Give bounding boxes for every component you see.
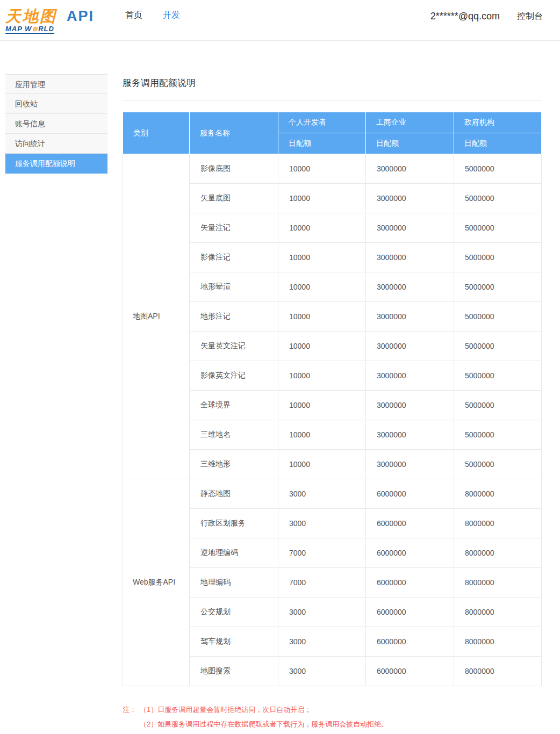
personal-quota-cell: 7000 [278, 538, 366, 568]
service-name-cell: 矢量英文注记 [190, 332, 278, 361]
government-quota-cell: 8000000 [454, 509, 542, 538]
quota-table-header: 类别 服务名称 个人开发者 工商企业 政府机构 日配额 日配额 日配额 [123, 112, 542, 154]
logo-english-text: MAP W⊕RLD [5, 25, 54, 34]
business-quota-cell: 6000000 [366, 657, 454, 686]
business-quota-cell: 3000000 [366, 332, 454, 361]
note-item: （2）如果服务调用过程中存在数据爬取或者下载行为，服务调用会被自动拒绝。 [140, 717, 388, 731]
service-name-cell: 地理编码 [190, 568, 278, 598]
service-name-cell: 三维地形 [190, 450, 278, 479]
business-quota-cell: 3000000 [366, 243, 454, 272]
personal-quota-cell: 10000 [278, 272, 366, 302]
personal-quota-cell: 10000 [278, 302, 366, 332]
government-quota-cell: 5000000 [454, 243, 542, 272]
business-quota-cell: 3000000 [366, 272, 454, 302]
sidebar-item[interactable]: 服务调用配额说明 [5, 154, 107, 174]
service-name-cell: 逆地理编码 [190, 538, 278, 568]
business-quota-cell: 6000000 [366, 479, 454, 509]
personal-quota-cell: 3000 [278, 657, 366, 686]
service-name-cell: 公交规划 [190, 598, 278, 627]
business-quota-cell: 3000000 [366, 213, 454, 243]
government-quota-cell: 5000000 [454, 420, 542, 450]
quota-table-body: 地图API影像底图1000030000005000000矢量底图10000300… [123, 154, 542, 686]
category-cell: Web服务API [123, 479, 190, 686]
page-title: 服务调用配额说明 [123, 74, 542, 100]
account-area: 2******@qq.com 控制台 [430, 11, 543, 30]
service-name-cell: 影像英文注记 [190, 361, 278, 391]
government-quota-cell: 5000000 [454, 450, 542, 479]
table-row: 地图API影像底图1000030000005000000 [123, 154, 542, 184]
government-quota-cell: 5000000 [454, 391, 542, 420]
notes-label: 注： [123, 702, 137, 731]
sidebar-item[interactable]: 应用管理 [5, 74, 107, 94]
government-quota-cell: 8000000 [454, 627, 542, 657]
business-quota-cell: 3000000 [366, 420, 454, 450]
notes-list: （1）日服务调用超量会暂时拒绝访问，次日自动开启； （2）如果服务调用过程中存在… [140, 702, 388, 731]
personal-quota-cell: 10000 [278, 243, 366, 272]
sidebar-item[interactable]: 回收站 [5, 94, 107, 114]
personal-quota-cell: 3000 [278, 627, 366, 657]
header-daily-quota-business: 日配额 [366, 133, 454, 154]
service-name-cell: 行政区划服务 [190, 509, 278, 538]
personal-quota-cell: 3000 [278, 479, 366, 509]
service-name-cell: 影像底图 [190, 154, 278, 184]
notes: 注： （1）日服务调用超量会暂时拒绝访问，次日自动开启； （2）如果服务调用过程… [123, 702, 542, 731]
government-quota-cell: 8000000 [454, 479, 542, 509]
government-quota-cell: 5000000 [454, 272, 542, 302]
service-name-cell: 矢量注记 [190, 213, 278, 243]
sidebar-item[interactable]: 账号信息 [5, 114, 107, 134]
category-cell: 地图API [123, 154, 190, 479]
header-tier-personal: 个人开发者 [278, 112, 366, 133]
personal-quota-cell: 3000 [278, 598, 366, 627]
nav-home[interactable]: 首页 [125, 10, 142, 21]
government-quota-cell: 8000000 [454, 598, 542, 627]
business-quota-cell: 6000000 [366, 538, 454, 568]
console-link[interactable]: 控制台 [517, 11, 543, 22]
logo-en-pre: MAP W [5, 25, 32, 33]
personal-quota-cell: 10000 [278, 420, 366, 450]
header-daily-quota-government: 日配额 [454, 133, 542, 154]
quota-table: 类别 服务名称 个人开发者 工商企业 政府机构 日配额 日配额 日配额 地图AP… [123, 112, 542, 686]
business-quota-cell: 6000000 [366, 598, 454, 627]
business-quota-cell: 3000000 [366, 154, 454, 184]
service-name-cell: 地形晕渲 [190, 272, 278, 302]
logo-chinese-text: 天地图 [5, 9, 57, 24]
business-quota-cell: 3000000 [366, 450, 454, 479]
service-name-cell: 三维地名 [190, 420, 278, 450]
nav-dev[interactable]: 开发 [163, 10, 180, 21]
header-tier-business: 工商企业 [366, 112, 454, 133]
personal-quota-cell: 3000 [278, 509, 366, 538]
business-quota-cell: 3000000 [366, 391, 454, 420]
header-tier-government: 政府机构 [454, 112, 542, 133]
api-label: API [67, 8, 94, 32]
business-quota-cell: 3000000 [366, 302, 454, 332]
personal-quota-cell: 10000 [278, 391, 366, 420]
sidebar-item[interactable]: 访问统计 [5, 134, 107, 154]
globe-icon: ⊕ [32, 25, 38, 33]
note-item: （1）日服务调用超量会暂时拒绝访问，次日自动开启； [140, 702, 388, 717]
government-quota-cell: 5000000 [454, 361, 542, 391]
service-name-cell: 地形注记 [190, 302, 278, 332]
service-name-cell: 矢量底图 [190, 184, 278, 213]
personal-quota-cell: 10000 [278, 332, 366, 361]
main-content: 服务调用配额说明 类别 服务名称 个人开发者 工商企业 政府机构 日配额 日配额… [123, 74, 542, 731]
government-quota-cell: 8000000 [454, 568, 542, 598]
government-quota-cell: 5000000 [454, 213, 542, 243]
page-body: 应用管理回收站账号信息访问统计服务调用配额说明 服务调用配额说明 类别 服务名称… [0, 74, 560, 731]
business-quota-cell: 3000000 [366, 184, 454, 213]
map-world-logo[interactable]: 天地图 MAP W⊕RLD [5, 6, 57, 34]
account-email[interactable]: 2******@qq.com [430, 11, 500, 22]
government-quota-cell: 8000000 [454, 538, 542, 568]
service-name-cell: 驾车规划 [190, 627, 278, 657]
government-quota-cell: 5000000 [454, 184, 542, 213]
header-category: 类别 [123, 112, 190, 154]
service-name-cell: 影像注记 [190, 243, 278, 272]
government-quota-cell: 8000000 [454, 657, 542, 686]
service-name-cell: 地图搜索 [190, 657, 278, 686]
personal-quota-cell: 10000 [278, 154, 366, 184]
service-name-cell: 静态地图 [190, 479, 278, 509]
government-quota-cell: 5000000 [454, 302, 542, 332]
business-quota-cell: 6000000 [366, 568, 454, 598]
logo-en-post: RLD [38, 25, 54, 33]
business-quota-cell: 6000000 [366, 627, 454, 657]
header-service-name: 服务名称 [190, 112, 278, 154]
